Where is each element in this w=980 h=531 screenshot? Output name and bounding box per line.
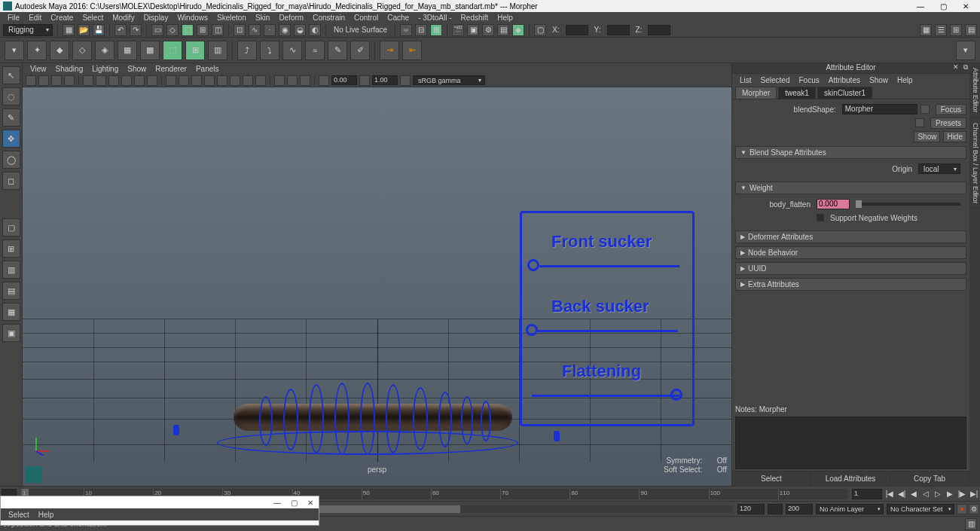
snap-curve-icon[interactable]: ∿ xyxy=(249,24,261,36)
ae-tab-skincluster1[interactable]: skinCluster1 xyxy=(817,87,872,99)
section-blend-shape-attributes[interactable]: ▼Blend Shape Attributes xyxy=(735,146,966,159)
ipr-icon[interactable]: ▣ xyxy=(467,24,479,36)
rig-ring-9[interactable] xyxy=(461,396,473,444)
rig-ring-4[interactable] xyxy=(334,383,350,455)
open-scene-icon[interactable]: 📂 xyxy=(78,24,90,36)
shelf-item-16-icon[interactable]: ⇥ xyxy=(380,41,399,60)
ae-tab-tweak1[interactable]: tweak1 xyxy=(778,87,816,99)
floatwin-close-icon[interactable]: ✕ xyxy=(302,499,319,507)
hud-icon[interactable]: ☰ xyxy=(935,24,947,36)
weight-value-field[interactable]: 0.000 xyxy=(817,199,850,209)
vp-field-chart-icon[interactable] xyxy=(134,75,145,86)
panel-undock-icon[interactable]: ⧉ xyxy=(963,63,968,72)
vp-safe-action-icon[interactable] xyxy=(147,75,157,86)
hud-slider-front-knob[interactable] xyxy=(527,259,539,271)
layout-3-icon[interactable]: ▦ xyxy=(2,303,20,321)
focus-button[interactable]: Focus xyxy=(936,104,966,115)
presets-button[interactable]: Presets xyxy=(930,117,966,129)
paint-select-tool-icon[interactable]: ✎ xyxy=(2,108,20,127)
playback-prefs-icon[interactable]: ⚙ xyxy=(969,504,979,514)
snap-point-icon[interactable]: · xyxy=(264,24,276,36)
presets-target-icon[interactable] xyxy=(915,118,924,127)
range-end-field[interactable]: 120 xyxy=(737,504,765,514)
rig-ring-6[interactable] xyxy=(386,384,401,453)
hud-slider-back-knob[interactable] xyxy=(526,324,538,336)
hud-slider-back-track[interactable] xyxy=(538,330,678,332)
script-output-window[interactable]: — ▢ ✕ Select Help xyxy=(0,496,319,526)
vp-ao-icon[interactable] xyxy=(230,75,240,86)
menu-file[interactable]: File xyxy=(3,14,24,22)
shelf-item-12-icon[interactable]: ∿ xyxy=(282,41,302,60)
layout-four-icon[interactable]: ⊞ xyxy=(2,240,20,258)
section-node-behavior[interactable]: ▶Node Behavior xyxy=(735,246,966,259)
shelf-item-10-icon[interactable]: ⤴ xyxy=(237,41,257,60)
shelf-item-14-icon[interactable]: ✎ xyxy=(328,41,347,60)
step-back-key-icon[interactable]: ◀| xyxy=(896,489,908,499)
redo-icon[interactable]: ↷ xyxy=(130,24,142,36)
rig-anchor-front[interactable] xyxy=(173,425,179,435)
copy-tab-button[interactable]: Copy Tab xyxy=(890,471,969,486)
snap-plane-icon[interactable]: ◒ xyxy=(294,24,306,36)
ae-menu-help[interactable]: Help xyxy=(893,76,917,84)
vp-view-transform-icon[interactable] xyxy=(400,75,411,86)
select-button[interactable]: Select xyxy=(732,471,811,486)
vp-shaded-icon[interactable] xyxy=(179,75,189,86)
shelf-item-7-icon[interactable]: ⬚ xyxy=(163,41,182,60)
color-profile-combo[interactable]: sRGB gamma xyxy=(413,75,485,85)
play-forward-icon[interactable]: ▷ xyxy=(932,489,944,499)
ae-menu-focus[interactable]: Focus xyxy=(794,76,823,84)
go-start-icon[interactable]: |◀ xyxy=(884,489,896,499)
shelf-item-15-icon[interactable]: ✐ xyxy=(350,41,370,60)
ae-menu-show[interactable]: Show xyxy=(865,76,893,84)
vp-exposure-field[interactable]: 0.00 xyxy=(331,75,357,85)
vp-gamma-field[interactable]: 1.00 xyxy=(372,75,398,85)
snap-live-icon[interactable]: ◐ xyxy=(309,24,321,36)
current-frame-field[interactable]: 1 xyxy=(852,489,882,499)
step-forward-icon[interactable]: ▶ xyxy=(944,489,956,499)
rig-ring-7[interactable] xyxy=(413,387,428,450)
menu-windows[interactable]: Windows xyxy=(172,14,212,22)
vp-lock-camera-icon[interactable] xyxy=(38,75,49,86)
shelf-item-17-icon[interactable]: ⇤ xyxy=(402,41,422,60)
select-mask-a-icon[interactable]: ◇ xyxy=(166,24,179,36)
side-tab-channel-box[interactable]: Channel Box / Layer Editor xyxy=(969,118,980,209)
vp-textured-icon[interactable] xyxy=(191,75,202,86)
select-mask-b-icon[interactable]: ⬚ xyxy=(182,24,194,36)
rig-ring-10[interactable] xyxy=(481,401,491,441)
range-full-end-field[interactable]: 200 xyxy=(786,504,813,514)
vp-xray-icon[interactable] xyxy=(287,75,298,86)
sym-x-field[interactable] xyxy=(566,25,588,35)
layout-single-icon[interactable]: ▢ xyxy=(2,218,20,237)
section-weight[interactable]: ▼Weight xyxy=(735,182,966,194)
go-end-icon[interactable]: ▶| xyxy=(968,489,980,499)
rig-ring-8[interactable] xyxy=(438,392,452,447)
menu-create[interactable]: Create xyxy=(46,14,78,22)
layout-2h-icon[interactable]: ▤ xyxy=(2,282,20,300)
shelf-item-8-icon[interactable]: ⊞ xyxy=(185,41,205,60)
shelf-item-5-icon[interactable]: ▦ xyxy=(118,41,137,60)
rig-ring-1[interactable] xyxy=(259,396,273,446)
range-end-button[interactable] xyxy=(768,504,783,514)
viewport-persp[interactable]: Front sucker Back sucker Flattening Symm… xyxy=(23,87,731,486)
weight-slider-thumb[interactable] xyxy=(856,200,862,208)
auto-key-icon[interactable]: ● xyxy=(957,504,967,514)
select-mask-c-icon[interactable]: ⊞ xyxy=(197,24,209,36)
workspace-combo[interactable]: Rigging xyxy=(3,24,53,36)
hide-button[interactable]: Hide xyxy=(943,131,966,142)
script-editor-icon[interactable]: ▥ xyxy=(965,518,977,530)
vp-image-plane-icon[interactable] xyxy=(64,75,75,86)
hud-slider-front-track[interactable] xyxy=(539,265,679,267)
maximize-button[interactable]: ▢ xyxy=(932,2,954,11)
hypershade-icon[interactable]: ◈ xyxy=(512,24,524,36)
render-settings-icon[interactable]: ⚙ xyxy=(482,24,494,36)
vp-res-gate-icon[interactable] xyxy=(108,75,119,86)
undo-icon[interactable]: ↶ xyxy=(114,24,127,36)
shelf-item-3-icon[interactable]: ◇ xyxy=(72,41,92,60)
vp-film-gate-icon[interactable] xyxy=(96,75,106,86)
select-mask-icon[interactable]: ▭ xyxy=(151,24,163,36)
rig-ring-5[interactable] xyxy=(360,383,375,455)
construction-history-icon[interactable]: ⎃ xyxy=(400,24,412,36)
floatwin-maximize-icon[interactable]: ▢ xyxy=(285,499,302,507)
vp-gamma-icon[interactable] xyxy=(359,75,370,86)
toggle-panel-icon[interactable]: ▤ xyxy=(965,24,977,36)
